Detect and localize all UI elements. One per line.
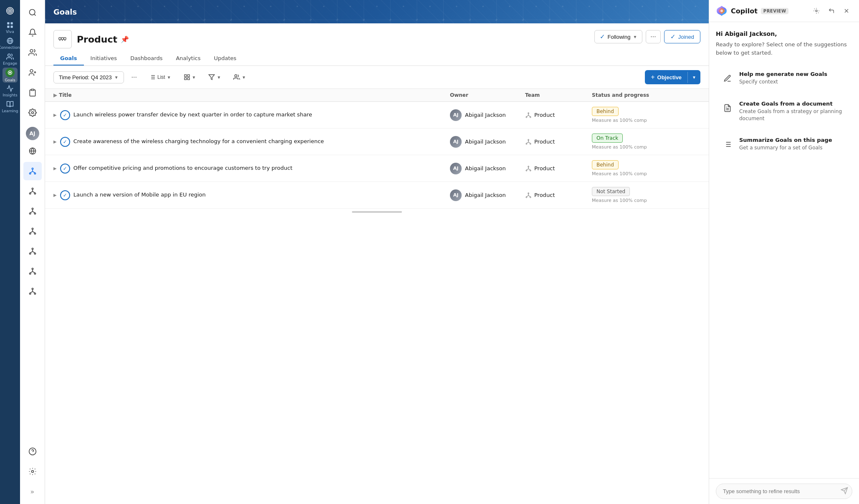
svg-point-0: [9, 10, 11, 12]
tab-goals[interactable]: Goals: [53, 52, 84, 66]
sidebar-hierarchy-3[interactable]: [23, 222, 42, 240]
more-options-button[interactable]: ···: [646, 30, 660, 43]
nav-item-goals-title[interactable]: [3, 3, 18, 18]
sidebar-person-add[interactable]: [23, 63, 42, 82]
time-period-button[interactable]: Time Period: Q4 2023 ▼: [53, 71, 124, 83]
col-header-title: ▶ Title: [53, 92, 450, 98]
team-icon-2: [525, 139, 532, 145]
add-objective-dropdown[interactable]: ▼: [687, 72, 700, 83]
owner-avatar-4: AJ: [450, 189, 462, 201]
svg-point-28: [32, 188, 33, 189]
suggestion-summarize[interactable]: Summarize Goals on this page Get a summa…: [716, 131, 852, 157]
svg-line-45: [33, 232, 35, 233]
sidebar-hierarchy-5[interactable]: [23, 262, 42, 280]
far-nav-learning[interactable]: Learning: [3, 99, 18, 114]
sidebar-hierarchy-2[interactable]: [23, 202, 42, 220]
view-filter-button[interactable]: ▼: [204, 71, 225, 83]
toolbar: Time Period: Q4 2023 ▼ ··· List ▼ ▼ ▼: [45, 66, 709, 89]
sidebar-settings-bottom[interactable]: [23, 462, 42, 481]
suggestion-generate[interactable]: Help me generate new Goals Specify conte…: [716, 65, 852, 91]
svg-point-105: [528, 193, 529, 194]
toolbar-more-button[interactable]: ···: [127, 71, 141, 83]
suggestion-from-doc[interactable]: Create Goals from a document Create Goal…: [716, 95, 852, 128]
svg-rect-18: [31, 89, 34, 91]
svg-point-112: [816, 10, 817, 12]
row-expand-icon-2[interactable]: ▶: [53, 139, 57, 144]
left-sidebar: AJ »: [20, 0, 45, 504]
team-cell-4: Product: [525, 192, 592, 199]
sidebar-expand[interactable]: »: [23, 482, 42, 501]
expand-all-icon[interactable]: ▶: [53, 92, 57, 98]
sidebar-clipboard[interactable]: [23, 83, 42, 102]
far-nav-viva[interactable]: Viva: [3, 20, 18, 35]
tab-analytics[interactable]: Analytics: [169, 52, 207, 66]
svg-line-50: [30, 252, 33, 253]
add-objective-button[interactable]: + Objective ▼: [645, 70, 700, 84]
sidebar-people[interactable]: [23, 43, 42, 62]
far-nav-engage[interactable]: Engage: [3, 52, 18, 67]
scroll-bar[interactable]: [352, 211, 402, 213]
tab-updates[interactable]: Updates: [207, 52, 243, 66]
copilot-undo-icon[interactable]: [826, 5, 837, 17]
joined-button[interactable]: ✓ Joined: [664, 30, 700, 43]
svg-rect-73: [61, 38, 63, 40]
svg-point-48: [34, 253, 35, 254]
far-nav-goals[interactable]: Goals: [3, 68, 18, 83]
copilot-greeting: Hi Abigail Jackson,: [716, 30, 852, 37]
team-icon-3: [525, 165, 532, 172]
status-badge-3: Behind: [592, 160, 619, 169]
row-expand-icon-4[interactable]: ▶: [53, 193, 57, 197]
copilot-send-button[interactable]: [841, 487, 848, 496]
svg-line-32: [30, 192, 33, 193]
view-list-button[interactable]: List ▼: [144, 71, 176, 83]
sidebar-user-avatar[interactable]: AJ: [26, 127, 39, 140]
goal-title-text-1[interactable]: Launch wireless power transfer device by…: [73, 111, 312, 118]
view-group-button[interactable]: ▼: [229, 71, 250, 83]
sidebar-hierarchy-6[interactable]: [23, 282, 42, 300]
sidebar-help[interactable]: [23, 442, 42, 461]
svg-point-88: [526, 116, 527, 118]
toolbar-right: + Objective ▼: [645, 70, 700, 84]
far-nav-connections[interactable]: Connections: [3, 36, 18, 51]
sidebar-hierarchy-1[interactable]: [23, 182, 42, 200]
svg-rect-6: [11, 26, 13, 28]
svg-point-29: [29, 193, 30, 194]
table-header: ▶ Title Owner Team Status and progress: [45, 89, 709, 102]
sidebar-notifications[interactable]: [23, 23, 42, 42]
copilot-input[interactable]: [716, 484, 852, 499]
add-objective-main[interactable]: + Objective: [645, 70, 687, 84]
owner-avatar-2: AJ: [450, 136, 462, 148]
svg-point-58: [32, 288, 33, 290]
tab-initiatives[interactable]: Initiatives: [84, 52, 124, 66]
row-expand-icon-1[interactable]: ▶: [53, 113, 57, 117]
svg-point-1: [8, 9, 13, 13]
sidebar-settings[interactable]: [23, 103, 42, 122]
sidebar-globe[interactable]: [23, 142, 42, 160]
svg-line-62: [30, 292, 33, 293]
owner-name-2: Abigail Jackson: [465, 139, 506, 145]
far-nav-viva-label: Viva: [6, 30, 14, 34]
joined-check-icon: ✓: [670, 33, 676, 40]
svg-rect-84: [187, 78, 189, 80]
svg-point-89: [530, 116, 531, 118]
following-button[interactable]: ✓ Following ▼: [594, 30, 643, 43]
goal-title-text-3[interactable]: Offer competitive pricing and promotions…: [73, 164, 293, 172]
sidebar-hierarchy-active[interactable]: [23, 162, 42, 180]
copilot-settings-icon[interactable]: [811, 5, 822, 17]
far-nav-insights[interactable]: Insights: [3, 83, 18, 98]
sidebar-hierarchy-4[interactable]: [23, 242, 42, 260]
team-name-4: Product: [534, 192, 555, 198]
add-objective-dropdown-icon: ▼: [692, 75, 696, 80]
suggestion-from-doc-icon: [721, 101, 734, 115]
sidebar-search[interactable]: [23, 3, 42, 22]
row-expand-icon-3[interactable]: ▶: [53, 166, 57, 171]
view-grid-button[interactable]: ▼: [179, 71, 201, 83]
copilot-close-icon[interactable]: [841, 5, 852, 17]
col-header-team: Team: [525, 92, 592, 98]
suggestion-from-doc-title: Create Goals from a document: [739, 101, 847, 107]
goal-title-text-4[interactable]: Launch a new version of Mobile app in EU…: [73, 191, 206, 199]
tab-dashboards[interactable]: Dashboards: [124, 52, 169, 66]
copilot-subtitle: Ready to explore? Select one of the sugg…: [716, 40, 852, 57]
goal-title-text-2[interactable]: Create awareness of the wireless chargin…: [73, 138, 324, 145]
copilot-gem-icon: [716, 5, 728, 17]
